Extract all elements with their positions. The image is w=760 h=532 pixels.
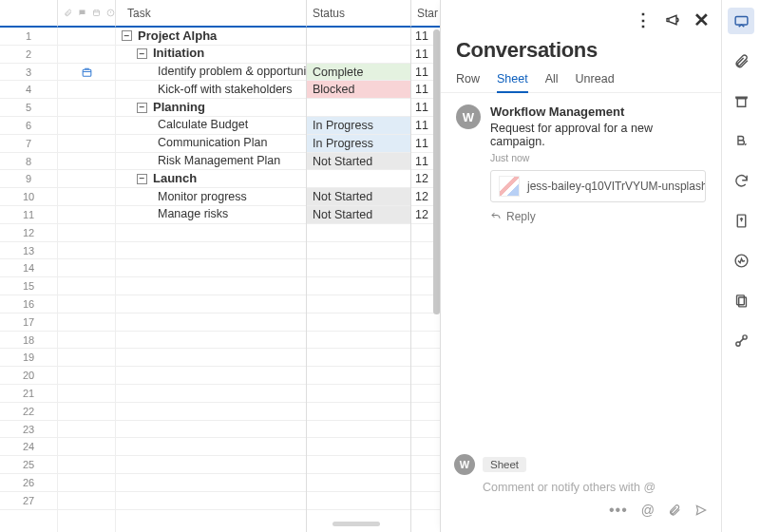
start-cell[interactable] xyxy=(411,349,440,367)
row-number[interactable]: 1 xyxy=(0,28,57,46)
row-indicators[interactable] xyxy=(58,188,115,206)
row-indicators[interactable] xyxy=(58,367,115,385)
task-cell[interactable] xyxy=(116,277,306,295)
collapse-toggle[interactable]: − xyxy=(122,30,132,41)
row-indicators[interactable] xyxy=(58,332,115,350)
status-cell[interactable] xyxy=(307,28,410,46)
vertical-scrollbar[interactable] xyxy=(433,29,440,314)
status-cell[interactable]: Not Started xyxy=(307,188,410,206)
row-indicators[interactable] xyxy=(58,438,115,456)
row-number[interactable]: 5 xyxy=(0,99,57,117)
reply-button[interactable]: Reply xyxy=(490,210,706,223)
row-indicators[interactable] xyxy=(58,421,115,439)
status-cell[interactable] xyxy=(307,456,410,474)
rail-activity-icon[interactable] xyxy=(728,247,754,274)
status-cell[interactable] xyxy=(307,99,410,117)
task-cell[interactable] xyxy=(116,349,306,367)
start-cell[interactable] xyxy=(411,367,440,385)
task-cell[interactable]: Manage risks xyxy=(116,206,306,224)
task-cell[interactable] xyxy=(116,332,306,350)
row-indicators[interactable] xyxy=(58,349,115,367)
rail-conversations-icon[interactable] xyxy=(728,8,754,34)
status-cell[interactable]: In Progress xyxy=(307,117,410,135)
row-indicators[interactable] xyxy=(58,295,115,314)
rail-summary-icon[interactable] xyxy=(728,287,754,314)
row-number[interactable]: 24 xyxy=(0,438,57,456)
row-indicators[interactable] xyxy=(58,206,115,224)
status-cell[interactable] xyxy=(307,277,410,295)
task-cell[interactable] xyxy=(116,403,306,421)
task-cell[interactable] xyxy=(116,474,306,492)
attach-file-icon[interactable] xyxy=(668,504,681,517)
row-indicators[interactable] xyxy=(58,64,115,82)
status-cell[interactable] xyxy=(307,242,410,260)
row-number[interactable]: 18 xyxy=(0,332,57,350)
megaphone-icon[interactable] xyxy=(665,12,680,28)
status-cell[interactable] xyxy=(307,332,410,350)
status-cell[interactable] xyxy=(307,421,410,439)
panel-tab-sheet[interactable]: Sheet xyxy=(497,72,528,93)
row-indicators[interactable] xyxy=(58,81,115,99)
task-cell[interactable] xyxy=(116,385,306,403)
panel-tab-row[interactable]: Row xyxy=(456,72,480,92)
status-cell[interactable] xyxy=(307,438,410,456)
row-indicators[interactable] xyxy=(58,153,115,171)
task-cell[interactable]: −Initiation xyxy=(116,46,306,64)
start-cell[interactable] xyxy=(411,403,440,421)
row-number[interactable]: 9 xyxy=(0,170,57,188)
task-cell[interactable]: Identify problem & opportunity xyxy=(116,64,306,82)
row-number[interactable]: 16 xyxy=(0,295,57,314)
row-number[interactable]: 27 xyxy=(0,492,57,510)
row-number[interactable]: 23 xyxy=(0,421,57,439)
row-number[interactable]: 20 xyxy=(0,367,57,385)
status-cell[interactable] xyxy=(307,170,410,188)
task-cell[interactable]: −Planning xyxy=(116,99,306,117)
row-indicators[interactable] xyxy=(58,99,115,117)
status-cell[interactable]: Complete xyxy=(307,64,410,82)
panel-tab-unread[interactable]: Unread xyxy=(576,72,615,92)
row-indicators[interactable] xyxy=(58,314,115,332)
status-cell[interactable]: In Progress xyxy=(307,135,410,153)
row-number[interactable]: 2 xyxy=(0,46,57,64)
task-cell[interactable]: Kick-off with stakeholders xyxy=(116,81,306,99)
row-number[interactable]: 19 xyxy=(0,349,57,367)
task-cell[interactable] xyxy=(116,367,306,385)
row-number[interactable]: 13 xyxy=(0,242,57,260)
compose-scope[interactable]: Sheet xyxy=(483,457,526,472)
task-cell[interactable] xyxy=(116,295,306,314)
status-cell[interactable] xyxy=(307,224,410,242)
row-number[interactable]: 21 xyxy=(0,385,57,403)
task-cell[interactable]: −Project Alpha xyxy=(116,28,306,46)
row-number[interactable]: 12 xyxy=(0,224,57,242)
row-indicators[interactable] xyxy=(58,492,115,510)
row-number[interactable]: 4 xyxy=(0,81,57,99)
row-indicators[interactable] xyxy=(58,170,115,188)
column-header-status[interactable]: Status xyxy=(307,0,411,28)
task-cell[interactable] xyxy=(116,242,306,260)
start-cell[interactable] xyxy=(411,474,440,492)
task-cell[interactable]: Risk Management Plan xyxy=(116,153,306,171)
status-cell[interactable] xyxy=(307,492,410,510)
row-number[interactable]: 3 xyxy=(0,64,57,82)
status-cell[interactable]: Not Started xyxy=(307,153,410,171)
task-cell[interactable] xyxy=(116,492,306,510)
rail-connect-icon[interactable] xyxy=(728,327,754,353)
column-header-start[interactable]: Star xyxy=(411,0,440,28)
task-cell[interactable]: −Launch xyxy=(116,170,306,188)
start-cell[interactable] xyxy=(411,492,440,510)
panel-more-icon[interactable]: ⋮ xyxy=(635,10,652,30)
task-cell[interactable]: Calculate Budget xyxy=(116,117,306,135)
rail-publish-icon[interactable] xyxy=(728,207,754,234)
status-cell[interactable] xyxy=(307,259,410,277)
conversation-attachment[interactable]: jess-bailey-q10VITrVYUM-unsplash.jp… xyxy=(490,170,706,202)
collapse-toggle[interactable]: − xyxy=(137,174,147,184)
row-number[interactable]: 6 xyxy=(0,117,57,135)
row-number[interactable]: 15 xyxy=(0,277,57,295)
row-indicators[interactable] xyxy=(58,474,115,492)
rail-brandfolder-icon[interactable] xyxy=(728,127,754,154)
row-indicators[interactable] xyxy=(58,28,115,46)
row-indicators[interactable] xyxy=(58,117,115,135)
row-indicators[interactable] xyxy=(58,224,115,242)
row-indicators[interactable] xyxy=(58,385,115,403)
rail-attachments-icon[interactable] xyxy=(728,48,754,74)
